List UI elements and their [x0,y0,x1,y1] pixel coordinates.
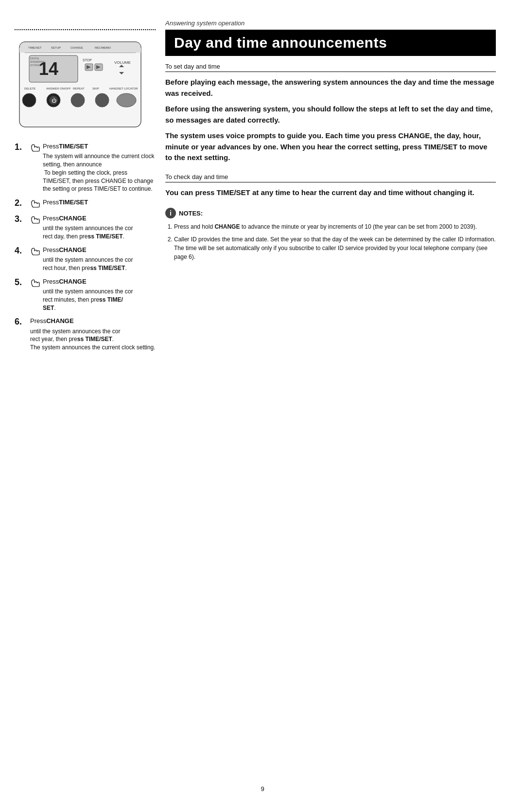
svg-point-26 [22,93,36,107]
step-1-content: PressTIME/SET The system will announce t… [43,142,156,193]
step-5-icon [30,278,41,289]
info-icon: i [165,208,176,218]
body-para: The system uses voice prompts to guide y… [165,130,496,163]
note-item-1: Press and hold CHANGE to advance the min… [174,222,496,231]
step-4-content: PressCHANGE until the system announces t… [43,246,156,272]
step-4-press: PressCHANGE [43,246,87,253]
step-5-button: CHANGE [59,278,86,285]
step-2-row: 2. PressTIME/SET [15,198,156,209]
page-container: TIME/SET SETUP CHANGE REC/MEMO 14 DIGITA… [0,0,525,812]
device-image: TIME/SET SETUP CHANGE REC/MEMO 14 DIGITA… [15,37,146,134]
step-4-button: CHANGE [59,246,86,253]
intro-para-1: Before playing each message, the answeri… [165,77,496,99]
step-1-number: 1. [15,142,28,152]
step-5-desc: until the system announces the correct m… [43,288,156,312]
svg-text:STOP: STOP [83,58,92,62]
step-5-press: PressCHANGE [43,278,87,285]
step-2-number: 2. [15,198,28,208]
svg-text:DELETE: DELETE [24,87,35,90]
step-1-desc: The system will announce the current clo… [43,152,156,193]
svg-text:SKIP: SKIP [92,87,99,90]
step-6-row: 6. PressCHANGE until the system announce… [15,317,156,352]
step-4-number: 4. [15,246,28,256]
notes-label: NOTES: [179,210,203,217]
step-1-row: 1. PressTIME/SET The system will announc… [15,142,156,193]
page-title: Day and time announcements [165,30,496,56]
step-2-press: PressTIME/SET [43,198,88,206]
svg-point-30 [71,93,85,107]
check-section: To check day and time You can press TIME… [165,173,496,198]
step-2-icon [30,199,41,209]
step-3-button: CHANGE [59,215,86,222]
step-3-icon [30,215,41,225]
step-4-icon [30,247,41,257]
check-para: You can press TIME/SET at any time to he… [165,187,496,198]
dotted-divider [15,29,156,30]
step-3-row: 3. PressCHANGE until the system announce… [15,214,156,241]
step-6-content: PressCHANGE until the system announces t… [30,317,156,352]
svg-text:DIGITAL: DIGITAL [30,57,39,60]
svg-rect-0 [19,42,141,127]
svg-text:REPEAT: REPEAT [73,87,85,90]
device-svg: TIME/SET SETUP CHANGE REC/MEMO 14 DIGITA… [15,37,146,132]
step-5-content: PressCHANGE until the system announces t… [43,277,156,312]
step-3-desc: until the system announces the correct d… [43,224,156,241]
step-2-content: PressTIME/SET [43,198,156,207]
step-1-button: TIME/SET [59,143,88,150]
svg-text:SETUP: SETUP [51,46,61,49]
set-day-time-label: To set day and time [165,63,496,72]
step-5-row: 5. PressCHANGE until the system announce… [15,277,156,312]
page-number: 9 [261,785,264,793]
svg-text:VOLUME: VOLUME [114,60,131,65]
svg-text:ANSWER ON/OFF: ANSWER ON/OFF [46,87,71,90]
note-item-2: Caller ID provides the time and date. Se… [174,235,496,261]
step-2-button: TIME/SET [59,198,88,206]
notes-list: Press and hold CHANGE to advance the min… [165,222,496,261]
step-1-icon [30,143,41,153]
step-3-press: PressCHANGE [43,215,87,222]
svg-text:ANSWERING: ANSWERING [30,60,45,63]
svg-text:CHANGE: CHANGE [70,46,83,49]
svg-text:⏻: ⏻ [52,98,56,103]
step-4-desc: until the system announces the correct h… [43,256,156,272]
step-1-press: PressTIME/SET [43,143,88,150]
notes-header: i NOTES: [165,208,496,218]
svg-point-32 [117,93,136,107]
step-6-button: CHANGE [46,317,73,325]
step-6-number: 6. [15,317,28,327]
step-3-content: PressCHANGE until the system announces t… [43,214,156,241]
step-3-number: 3. [15,214,28,224]
svg-text:HANDSET LOCATOR: HANDSET LOCATOR [109,87,138,90]
intro-para-2: Before using the answering system, you s… [165,104,496,126]
step-5-number: 5. [15,277,28,288]
svg-text:TIME/SET: TIME/SET [28,46,42,49]
section-italic-label: Answering system operation [165,19,496,27]
notes-block: i NOTES: Press and hold CHANGE to advanc… [165,208,496,261]
svg-text:SYSTEM: SYSTEM [30,64,40,67]
svg-text:REC/MEMO: REC/MEMO [95,46,111,49]
left-column: TIME/SET SETUP CHANGE REC/MEMO 14 DIGITA… [15,29,156,357]
step-6-desc: until the system announces the correct y… [30,327,156,352]
step-6-press: PressCHANGE [30,317,74,325]
step-4-row: 4. PressCHANGE until the system announce… [15,246,156,272]
check-day-time-label: To check day and time [165,173,496,182]
svg-point-31 [95,93,109,107]
right-column: Answering system operation Day and time … [165,19,510,265]
